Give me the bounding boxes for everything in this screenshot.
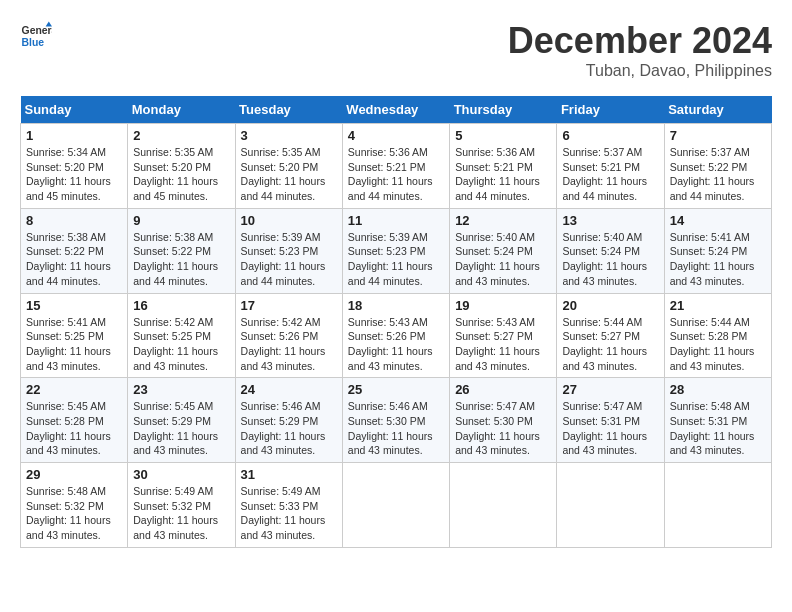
- day-number: 15: [26, 298, 122, 313]
- day-info: Sunrise: 5:34 AMSunset: 5:20 PMDaylight:…: [26, 145, 122, 204]
- logo-icon: General Blue: [20, 20, 52, 52]
- day-cell: 8 Sunrise: 5:38 AMSunset: 5:22 PMDayligh…: [21, 208, 128, 293]
- calendar-row: 1 Sunrise: 5:34 AMSunset: 5:20 PMDayligh…: [21, 124, 772, 209]
- empty-cell: [342, 463, 449, 548]
- day-number: 13: [562, 213, 658, 228]
- day-info: Sunrise: 5:35 AMSunset: 5:20 PMDaylight:…: [133, 145, 229, 204]
- day-cell: 13 Sunrise: 5:40 AMSunset: 5:24 PMDaylig…: [557, 208, 664, 293]
- day-cell: 28 Sunrise: 5:48 AMSunset: 5:31 PMDaylig…: [664, 378, 771, 463]
- day-cell: 12 Sunrise: 5:40 AMSunset: 5:24 PMDaylig…: [450, 208, 557, 293]
- day-info: Sunrise: 5:44 AMSunset: 5:27 PMDaylight:…: [562, 315, 658, 374]
- day-cell: 2 Sunrise: 5:35 AMSunset: 5:20 PMDayligh…: [128, 124, 235, 209]
- day-info: Sunrise: 5:41 AMSunset: 5:25 PMDaylight:…: [26, 315, 122, 374]
- svg-marker-2: [46, 22, 52, 27]
- day-cell: 24 Sunrise: 5:46 AMSunset: 5:29 PMDaylig…: [235, 378, 342, 463]
- day-number: 8: [26, 213, 122, 228]
- day-number: 21: [670, 298, 766, 313]
- day-number: 24: [241, 382, 337, 397]
- day-info: Sunrise: 5:48 AMSunset: 5:32 PMDaylight:…: [26, 484, 122, 543]
- day-info: Sunrise: 5:46 AMSunset: 5:30 PMDaylight:…: [348, 399, 444, 458]
- calendar-body: 1 Sunrise: 5:34 AMSunset: 5:20 PMDayligh…: [21, 124, 772, 548]
- calendar-row: 22 Sunrise: 5:45 AMSunset: 5:28 PMDaylig…: [21, 378, 772, 463]
- day-cell: 31 Sunrise: 5:49 AMSunset: 5:33 PMDaylig…: [235, 463, 342, 548]
- day-number: 18: [348, 298, 444, 313]
- col-monday: Monday: [128, 96, 235, 124]
- day-cell: 21 Sunrise: 5:44 AMSunset: 5:28 PMDaylig…: [664, 293, 771, 378]
- location: Tuban, Davao, Philippines: [508, 62, 772, 80]
- day-cell: 23 Sunrise: 5:45 AMSunset: 5:29 PMDaylig…: [128, 378, 235, 463]
- day-number: 9: [133, 213, 229, 228]
- day-info: Sunrise: 5:40 AMSunset: 5:24 PMDaylight:…: [562, 230, 658, 289]
- day-info: Sunrise: 5:47 AMSunset: 5:31 PMDaylight:…: [562, 399, 658, 458]
- svg-text:General: General: [22, 25, 52, 36]
- day-number: 10: [241, 213, 337, 228]
- empty-cell: [664, 463, 771, 548]
- day-info: Sunrise: 5:42 AMSunset: 5:25 PMDaylight:…: [133, 315, 229, 374]
- day-cell: 18 Sunrise: 5:43 AMSunset: 5:26 PMDaylig…: [342, 293, 449, 378]
- day-info: Sunrise: 5:48 AMSunset: 5:31 PMDaylight:…: [670, 399, 766, 458]
- day-info: Sunrise: 5:45 AMSunset: 5:28 PMDaylight:…: [26, 399, 122, 458]
- col-saturday: Saturday: [664, 96, 771, 124]
- day-cell: 15 Sunrise: 5:41 AMSunset: 5:25 PMDaylig…: [21, 293, 128, 378]
- day-info: Sunrise: 5:36 AMSunset: 5:21 PMDaylight:…: [455, 145, 551, 204]
- day-number: 14: [670, 213, 766, 228]
- day-number: 26: [455, 382, 551, 397]
- day-cell: 17 Sunrise: 5:42 AMSunset: 5:26 PMDaylig…: [235, 293, 342, 378]
- day-number: 20: [562, 298, 658, 313]
- day-info: Sunrise: 5:38 AMSunset: 5:22 PMDaylight:…: [133, 230, 229, 289]
- day-info: Sunrise: 5:45 AMSunset: 5:29 PMDaylight:…: [133, 399, 229, 458]
- day-number: 4: [348, 128, 444, 143]
- day-cell: 22 Sunrise: 5:45 AMSunset: 5:28 PMDaylig…: [21, 378, 128, 463]
- calendar-row: 15 Sunrise: 5:41 AMSunset: 5:25 PMDaylig…: [21, 293, 772, 378]
- col-sunday: Sunday: [21, 96, 128, 124]
- day-cell: 27 Sunrise: 5:47 AMSunset: 5:31 PMDaylig…: [557, 378, 664, 463]
- calendar-row: 29 Sunrise: 5:48 AMSunset: 5:32 PMDaylig…: [21, 463, 772, 548]
- day-cell: 20 Sunrise: 5:44 AMSunset: 5:27 PMDaylig…: [557, 293, 664, 378]
- day-number: 25: [348, 382, 444, 397]
- header-row: Sunday Monday Tuesday Wednesday Thursday…: [21, 96, 772, 124]
- day-info: Sunrise: 5:37 AMSunset: 5:22 PMDaylight:…: [670, 145, 766, 204]
- day-info: Sunrise: 5:39 AMSunset: 5:23 PMDaylight:…: [348, 230, 444, 289]
- day-number: 3: [241, 128, 337, 143]
- svg-text:Blue: Blue: [22, 37, 45, 48]
- day-cell: 25 Sunrise: 5:46 AMSunset: 5:30 PMDaylig…: [342, 378, 449, 463]
- day-number: 17: [241, 298, 337, 313]
- day-info: Sunrise: 5:49 AMSunset: 5:32 PMDaylight:…: [133, 484, 229, 543]
- day-cell: 9 Sunrise: 5:38 AMSunset: 5:22 PMDayligh…: [128, 208, 235, 293]
- day-info: Sunrise: 5:49 AMSunset: 5:33 PMDaylight:…: [241, 484, 337, 543]
- empty-cell: [557, 463, 664, 548]
- col-friday: Friday: [557, 96, 664, 124]
- day-number: 29: [26, 467, 122, 482]
- col-tuesday: Tuesday: [235, 96, 342, 124]
- day-info: Sunrise: 5:46 AMSunset: 5:29 PMDaylight:…: [241, 399, 337, 458]
- day-cell: 10 Sunrise: 5:39 AMSunset: 5:23 PMDaylig…: [235, 208, 342, 293]
- day-number: 11: [348, 213, 444, 228]
- page-header: General Blue December 2024 Tuban, Davao,…: [20, 20, 772, 80]
- day-number: 28: [670, 382, 766, 397]
- logo: General Blue: [20, 20, 52, 52]
- day-info: Sunrise: 5:39 AMSunset: 5:23 PMDaylight:…: [241, 230, 337, 289]
- day-number: 7: [670, 128, 766, 143]
- day-number: 30: [133, 467, 229, 482]
- day-info: Sunrise: 5:40 AMSunset: 5:24 PMDaylight:…: [455, 230, 551, 289]
- title-block: December 2024 Tuban, Davao, Philippines: [508, 20, 772, 80]
- calendar-row: 8 Sunrise: 5:38 AMSunset: 5:22 PMDayligh…: [21, 208, 772, 293]
- day-cell: 26 Sunrise: 5:47 AMSunset: 5:30 PMDaylig…: [450, 378, 557, 463]
- day-number: 19: [455, 298, 551, 313]
- day-cell: 19 Sunrise: 5:43 AMSunset: 5:27 PMDaylig…: [450, 293, 557, 378]
- month-title: December 2024: [508, 20, 772, 62]
- day-info: Sunrise: 5:43 AMSunset: 5:26 PMDaylight:…: [348, 315, 444, 374]
- empty-cell: [450, 463, 557, 548]
- day-number: 23: [133, 382, 229, 397]
- day-number: 27: [562, 382, 658, 397]
- day-cell: 5 Sunrise: 5:36 AMSunset: 5:21 PMDayligh…: [450, 124, 557, 209]
- day-cell: 7 Sunrise: 5:37 AMSunset: 5:22 PMDayligh…: [664, 124, 771, 209]
- day-cell: 30 Sunrise: 5:49 AMSunset: 5:32 PMDaylig…: [128, 463, 235, 548]
- day-cell: 29 Sunrise: 5:48 AMSunset: 5:32 PMDaylig…: [21, 463, 128, 548]
- day-cell: 3 Sunrise: 5:35 AMSunset: 5:20 PMDayligh…: [235, 124, 342, 209]
- day-number: 5: [455, 128, 551, 143]
- day-cell: 11 Sunrise: 5:39 AMSunset: 5:23 PMDaylig…: [342, 208, 449, 293]
- day-cell: 6 Sunrise: 5:37 AMSunset: 5:21 PMDayligh…: [557, 124, 664, 209]
- col-thursday: Thursday: [450, 96, 557, 124]
- day-info: Sunrise: 5:41 AMSunset: 5:24 PMDaylight:…: [670, 230, 766, 289]
